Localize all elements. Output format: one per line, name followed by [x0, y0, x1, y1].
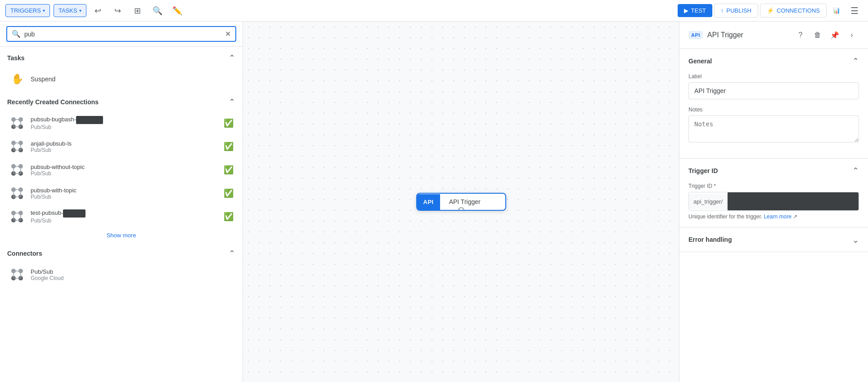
delete-button[interactable]: 🗑	[810, 28, 825, 42]
search-box: 🔍 ✕	[6, 26, 236, 42]
show-more-button[interactable]: Show more	[0, 228, 243, 242]
connector-item-pubsub[interactable]: Pub/Sub Google Cloud	[0, 263, 243, 286]
connectors-section-header[interactable]: Connectors ⌃	[0, 242, 243, 263]
help-button[interactable]: ?	[793, 28, 808, 42]
trigger-id-hint-text: Unique identifier for the trigger.	[688, 213, 762, 220]
triggers-button[interactable]: TRIGGERS ▾	[5, 4, 50, 17]
label-field-group: Label	[688, 73, 859, 99]
panel-title: API Trigger	[707, 31, 789, 39]
connection-name-4: test-pubsub-	[31, 209, 218, 218]
pubsub-connector-icon	[9, 267, 25, 283]
connection-status-1: ✅	[224, 142, 234, 151]
label-field-label: Label	[688, 73, 859, 80]
pubsub-icon-4	[9, 209, 25, 225]
connection-type-1: Pub/Sub	[31, 147, 218, 153]
trigger-id-prefix: api_trigger/	[689, 194, 728, 209]
search-icon: 🔍	[12, 30, 21, 38]
zoom-button[interactable]: 🔍	[149, 3, 166, 19]
connection-type-2: Pub/Sub	[31, 170, 218, 177]
connection-text-1: anjali-pubsub-ls Pub/Sub	[31, 140, 218, 153]
analytics-button[interactable]: 📊	[828, 3, 845, 19]
right-panel-header: API API Trigger ? 🗑 📌 ›	[679, 22, 868, 49]
tasks-section-title: Tasks	[7, 54, 25, 62]
recent-connections-header[interactable]: Recently Created Connections ⌃	[0, 91, 243, 111]
node-api-title: API Trigger	[440, 194, 490, 210]
connection-type-3: Pub/Sub	[31, 194, 218, 200]
search-container: 🔍 ✕	[0, 22, 243, 47]
recent-connections-chevron-icon: ⌃	[229, 97, 235, 107]
general-accordion: General ⌃ Label Notes	[679, 49, 868, 159]
general-accordion-header[interactable]: General ⌃	[679, 49, 868, 73]
pubsub-icon-0	[9, 115, 25, 131]
error-handling-title: Error handling	[688, 236, 732, 243]
left-panel: 🔍 ✕ Tasks ⌃ ✋ Suspend Recently Created C…	[0, 22, 243, 382]
trigger-id-title: Trigger ID	[688, 167, 718, 174]
error-handling-accordion: Error handling ⌃	[679, 227, 868, 252]
test-button[interactable]: ▶ TEST	[678, 4, 712, 17]
connection-status-4: ✅	[224, 212, 234, 222]
connection-status-0: ✅	[224, 118, 234, 128]
connection-item-2[interactable]: pubsub-without-topic Pub/Sub ✅	[0, 158, 243, 182]
trigger-id-field-label: Trigger ID *	[688, 183, 859, 189]
suspend-icon: ✋	[9, 71, 25, 87]
trigger-id-accordion: Trigger ID ⌃ Trigger ID * api_trigger/ U…	[679, 159, 868, 227]
connection-text-3: pubsub-with-topic Pub/Sub	[31, 187, 218, 200]
notes-field-group: Notes	[688, 107, 859, 144]
connection-type-0: Pub/Sub	[31, 124, 218, 130]
canvas-area: API API Trigger	[243, 22, 679, 382]
node-connector-bottom	[458, 207, 464, 211]
trigger-id-accordion-header[interactable]: Trigger ID ⌃	[679, 159, 868, 183]
tasks-section-header[interactable]: Tasks ⌃	[0, 47, 243, 67]
clear-search-icon[interactable]: ✕	[225, 30, 231, 38]
nav-right-actions: ▶ TEST ↑ PUBLISH ⚡ CONNECTIONS 📊 ☰	[678, 3, 863, 19]
connection-status-2: ✅	[224, 165, 234, 175]
publish-icon: ↑	[721, 7, 724, 14]
pubsub-icon-2	[9, 162, 25, 178]
redo-button[interactable]: ↪	[110, 3, 126, 19]
learn-more-link[interactable]: Learn more	[764, 213, 791, 220]
notes-field-input[interactable]	[688, 115, 859, 142]
publish-button[interactable]: ↑ PUBLISH	[714, 4, 758, 18]
connection-name-2: pubsub-without-topic	[31, 164, 218, 170]
trigger-id-content: Trigger ID * api_trigger/ Unique identif…	[679, 183, 868, 227]
connector-text-pubsub: Pub/Sub Google Cloud	[31, 268, 234, 281]
general-title: General	[688, 58, 712, 65]
connection-status-3: ✅	[224, 188, 234, 198]
publish-label: PUBLISH	[726, 7, 751, 14]
collapse-button[interactable]: ›	[845, 28, 859, 42]
error-handling-chevron-icon: ⌃	[852, 235, 859, 244]
task-item-suspend[interactable]: ✋ Suspend	[0, 67, 243, 91]
connection-item-4[interactable]: test-pubsub- Pub/Sub ✅	[0, 205, 243, 228]
label-field-input[interactable]	[688, 82, 859, 99]
connection-type-4: Pub/Sub	[31, 218, 218, 224]
connection-item-1[interactable]: anjali-pubsub-ls Pub/Sub ✅	[0, 135, 243, 158]
connections-button[interactable]: ⚡ CONNECTIONS	[760, 4, 827, 18]
trigger-id-chevron-icon: ⌃	[852, 166, 859, 176]
triggers-chevron-icon: ▾	[43, 8, 45, 13]
search-input[interactable]	[24, 31, 221, 38]
connection-name-3: pubsub-with-topic	[31, 187, 218, 194]
pubsub-icon-1	[9, 138, 25, 155]
api-badge: API	[688, 31, 703, 39]
pen-button[interactable]: ✏️	[169, 3, 185, 19]
right-panel: API API Trigger ? 🗑 📌 › General ⌃ Label	[679, 22, 868, 382]
panel-header-icons: ? 🗑 📌 ›	[793, 28, 859, 42]
triggers-label: TRIGGERS	[10, 7, 41, 14]
connection-name-0: pubsub-bugbash-	[31, 116, 218, 124]
node-api-badge: API	[417, 194, 440, 210]
connection-text-2: pubsub-without-topic Pub/Sub	[31, 164, 218, 177]
undo-button[interactable]: ↩	[90, 3, 106, 19]
general-accordion-content: Label Notes	[679, 73, 868, 158]
connection-item-0[interactable]: pubsub-bugbash- Pub/Sub ✅	[0, 111, 243, 135]
more-menu-button[interactable]: ☰	[846, 3, 863, 19]
layout-button[interactable]: ⊞	[130, 3, 146, 19]
pin-button[interactable]: 📌	[828, 28, 842, 42]
error-handling-accordion-header[interactable]: Error handling ⌃	[679, 227, 868, 252]
tasks-button[interactable]: TASKS ▾	[54, 4, 86, 17]
connectors-chevron-icon: ⌃	[229, 249, 235, 258]
test-play-icon: ▶	[684, 7, 688, 14]
connection-item-3[interactable]: pubsub-with-topic Pub/Sub ✅	[0, 182, 243, 205]
api-trigger-node[interactable]: API API Trigger	[416, 193, 506, 211]
tasks-section: Tasks ⌃ ✋ Suspend	[0, 47, 243, 91]
notes-field-label: Notes	[688, 107, 859, 113]
